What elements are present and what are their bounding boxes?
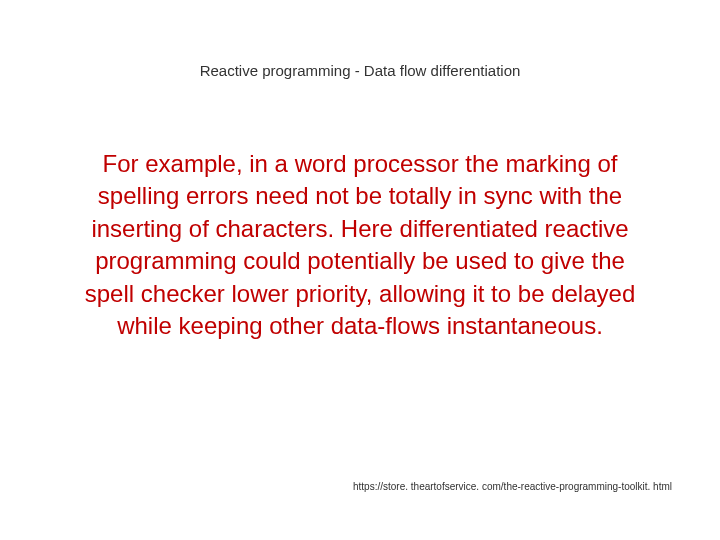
slide-footer-url: https://store. theartofservice. com/the-… (353, 481, 672, 492)
slide-body-text: For example, in a word processor the mar… (70, 148, 650, 342)
slide-title: Reactive programming - Data flow differe… (0, 62, 720, 79)
